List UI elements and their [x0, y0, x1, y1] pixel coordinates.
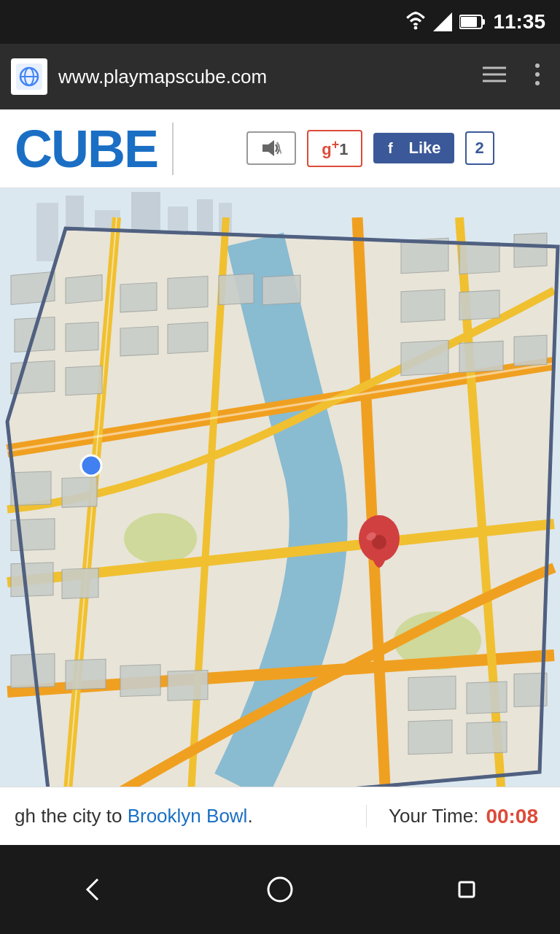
home-button[interactable] [254, 864, 306, 915]
browser-favicon [11, 58, 47, 95]
cube-logo: CUBE [15, 123, 174, 175]
timer-section: Your Time: 00:08 [367, 805, 560, 828]
svg-rect-42 [514, 233, 547, 267]
destination-text: gh the city to Brooklyn Bowl. [0, 805, 367, 827]
status-icons: 11:35 [405, 10, 545, 34]
svg-rect-43 [401, 290, 445, 323]
svg-rect-3 [461, 17, 477, 27]
destination-link[interactable]: Brooklyn Bowl [128, 805, 248, 827]
browser-url: www.playmapscube.com [58, 66, 463, 88]
gplus-button[interactable]: g+1 [307, 130, 362, 166]
sound-button[interactable] [246, 131, 296, 165]
svg-rect-62 [467, 722, 507, 754]
timer-value: 00:08 [486, 805, 538, 828]
svg-rect-44 [459, 290, 499, 320]
status-bar: 11:35 [0, 0, 560, 44]
status-time: 11:35 [493, 10, 545, 34]
nav-bar [0, 845, 560, 934]
svg-rect-32 [66, 322, 98, 351]
facebook-like-button[interactable]: f Like [373, 133, 454, 163]
svg-rect-34 [66, 366, 102, 395]
bottom-info-bar: gh the city to Brooklyn Bowl. Your Time:… [0, 787, 560, 845]
svg-point-14 [535, 81, 540, 85]
svg-rect-41 [459, 243, 499, 274]
svg-marker-15 [262, 140, 274, 156]
svg-rect-30 [66, 275, 102, 304]
svg-rect-61 [408, 720, 452, 754]
svg-rect-52 [219, 274, 254, 305]
svg-rect-53 [262, 275, 300, 305]
svg-rect-36 [62, 477, 97, 508]
signal-icon [433, 12, 452, 32]
svg-point-0 [414, 26, 418, 30]
wifi-icon [405, 12, 426, 32]
svg-rect-50 [120, 326, 158, 356]
destination-prefix: gh the city to [15, 805, 128, 827]
svg-rect-47 [514, 335, 547, 366]
svg-point-27 [124, 513, 197, 564]
svg-point-64 [81, 455, 101, 476]
svg-rect-57 [168, 670, 208, 700]
recent-apps-button[interactable] [441, 864, 492, 915]
svg-rect-46 [459, 341, 503, 372]
battery-icon [459, 14, 486, 30]
timer-label: Your Time: [389, 805, 478, 827]
svg-rect-4 [482, 19, 485, 25]
browser-bar: www.playmapscube.com [0, 44, 560, 109]
back-button[interactable] [68, 864, 119, 915]
header-buttons: g+1 f Like 2 [195, 130, 545, 166]
browser-menu-button[interactable] [474, 61, 515, 93]
svg-point-13 [535, 72, 540, 77]
svg-rect-45 [401, 340, 448, 375]
svg-rect-38 [11, 563, 53, 597]
svg-rect-49 [168, 277, 208, 309]
svg-text:f: f [388, 140, 393, 156]
facebook-like-count: 2 [465, 131, 494, 165]
svg-rect-56 [120, 665, 160, 697]
browser-dots-button[interactable] [526, 59, 549, 95]
svg-rect-71 [459, 882, 474, 897]
map-container[interactable] [0, 188, 560, 787]
svg-rect-51 [168, 323, 208, 354]
svg-rect-55 [66, 659, 106, 690]
svg-rect-48 [120, 282, 157, 312]
svg-marker-1 [433, 12, 452, 31]
svg-point-12 [535, 63, 540, 68]
svg-rect-19 [36, 203, 58, 261]
svg-rect-59 [467, 682, 507, 714]
website-header: CUBE g+1 f Like 2 [0, 109, 560, 188]
svg-rect-39 [62, 568, 98, 599]
svg-point-70 [268, 878, 292, 901]
svg-rect-58 [408, 676, 456, 711]
